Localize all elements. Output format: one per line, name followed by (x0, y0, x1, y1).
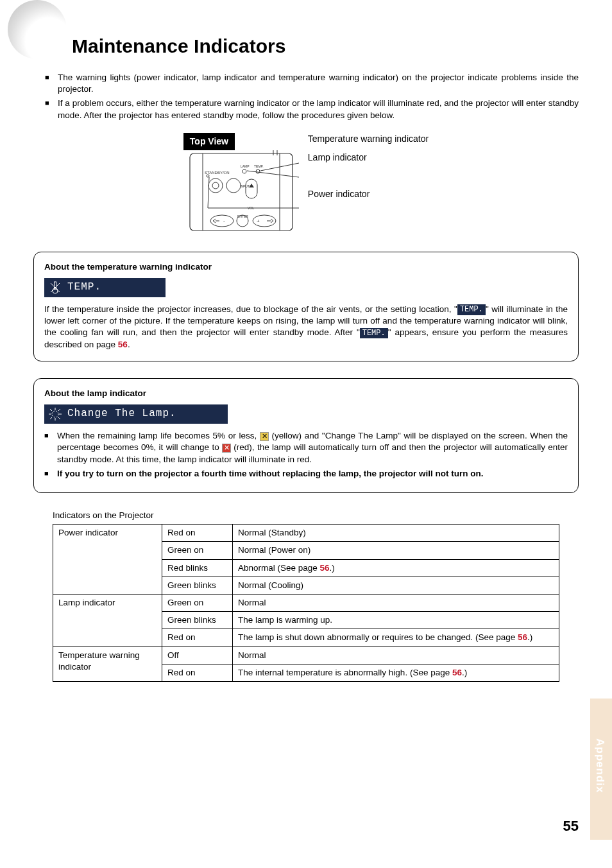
svg-text:INPUT: INPUT (240, 184, 250, 188)
state-cell: Red on (162, 525, 233, 542)
svg-rect-13 (246, 179, 257, 198)
top-view-badge: Top View (183, 133, 235, 150)
svg-text:ENTER: ENTER (237, 214, 248, 218)
svg-point-10 (256, 169, 260, 173)
table-row: Power indicatorRed onNormal (Standby) (53, 525, 559, 542)
indicator-cell: Lamp indicator (53, 595, 162, 647)
indicator-cell: Power indicator (53, 525, 162, 595)
temp-box-paragraph: If the temperature inside the projector … (44, 304, 568, 351)
page-content: Maintenance Indicators The warning light… (0, 0, 612, 682)
thermometer-icon (48, 281, 62, 295)
desc-cell: The lamp is shut down abnormally or requ… (233, 629, 559, 647)
label-temp-indicator: Temperature warning indicator (308, 133, 429, 145)
svg-text:TEMP.: TEMP. (254, 164, 264, 168)
svg-point-7 (226, 178, 241, 193)
lamp-list: When the remaining lamp life becomes 5% … (44, 430, 568, 480)
temp-tag-text: TEMP. (67, 281, 101, 295)
intro-item: The warning lights (power indicator, lam… (45, 72, 579, 95)
lamp-box-head: About the lamp indicator (44, 388, 568, 399)
lamp-list-item-bold: If you try to turn on the projector a fo… (44, 468, 568, 480)
lamp-burst-icon (48, 407, 62, 421)
desc-cell: Normal (Power on) (233, 542, 559, 559)
state-cell: Off (162, 647, 233, 664)
svg-text:LAMP: LAMP (241, 164, 250, 168)
desc-cell: Normal (Standby) (233, 525, 559, 542)
label-power-indicator: Power indicator (308, 188, 429, 200)
svg-point-15 (210, 215, 234, 227)
side-tab-label: Appendix (592, 738, 607, 793)
title-row: Maintenance Indicators (33, 19, 579, 59)
svg-line-38 (58, 409, 60, 411)
state-cell: Red on (162, 664, 233, 681)
temp-tag: TEMP. (44, 278, 166, 297)
desc-cell: The internal temperature is abnormally h… (233, 664, 559, 681)
svg-line-36 (50, 409, 52, 411)
temp-warning-box: About the temperature warning indicator … (33, 252, 579, 361)
top-view-section: Top View STANDBY/ON LAMP TE (33, 133, 579, 234)
page-ref-56[interactable]: 56 (452, 668, 462, 677)
desc-cell: Normal (233, 647, 559, 664)
desc-cell: The lamp is warming up. (233, 612, 559, 629)
state-cell: Green blinks (162, 612, 233, 629)
state-cell: Red blinks (162, 559, 233, 577)
title-decor-circle (8, 0, 67, 59)
page-title: Maintenance Indicators (72, 33, 285, 60)
text: If the temperature inside the projector … (44, 304, 457, 314)
text: . (128, 340, 130, 349)
page-ref-56[interactable]: 56 (518, 632, 527, 642)
desc-cell: Abnormal (See page 56.) (233, 559, 559, 577)
svg-point-8 (242, 169, 246, 173)
svg-point-6 (207, 175, 209, 177)
svg-text:STANDBY/ON: STANDBY/ON (205, 171, 230, 175)
intro-item: If a problem occurs, either the temperat… (45, 98, 579, 121)
temp-inline-tag: TEMP. (360, 328, 388, 338)
svg-line-23 (208, 177, 209, 208)
table-title: Indicators on the Projector (53, 510, 579, 521)
intro-list: The warning lights (power indicator, lam… (45, 72, 579, 121)
svg-point-3 (208, 178, 223, 193)
temp-box-head: About the temperature warning indicator (44, 261, 568, 273)
desc-cell: Normal (233, 595, 559, 612)
label-lamp-indicator: Lamp indicator (308, 152, 429, 164)
table-row: Temperature warning indicatorOffNormal (53, 647, 559, 664)
svg-point-4 (212, 182, 219, 189)
svg-line-22 (247, 171, 299, 177)
lamp-list-item: When the remaining lamp life becomes 5% … (44, 430, 568, 465)
svg-line-39 (50, 417, 52, 419)
lamp-indicator-box: About the lamp indicator Change The Lamp… (33, 378, 579, 493)
desc-cell: Normal (Cooling) (233, 577, 559, 594)
page-number: 55 (563, 817, 579, 836)
svg-point-31 (52, 411, 58, 417)
indicators-table: Power indicatorRed onNormal (Standby)Gre… (53, 524, 559, 682)
lamp-tag: Change The Lamp. (44, 404, 228, 424)
top-view-labels: Temperature warning indicator Lamp indic… (308, 133, 429, 207)
svg-text:-: - (223, 218, 225, 224)
page-ref-56[interactable]: 56 (118, 340, 128, 349)
state-cell: Green blinks (162, 577, 233, 594)
table-row: Lamp indicatorGreen onNormal (53, 595, 559, 612)
indicator-cell: Temperature warning indicator (53, 647, 162, 681)
lamp-tag-text: Change The Lamp. (67, 407, 176, 421)
svg-text:+: + (257, 218, 260, 224)
temp-inline-tag: TEMP. (457, 304, 486, 315)
lamp-yellow-icon (260, 432, 269, 441)
state-cell: Green on (162, 595, 233, 612)
state-cell: Red on (162, 629, 233, 647)
state-cell: Green on (162, 542, 233, 559)
svg-line-37 (58, 417, 60, 419)
lamp-red-icon (222, 444, 231, 453)
page-ref-56[interactable]: 56 (320, 563, 330, 573)
top-view-diagram: STANDBY/ON LAMP TEMP. INPUT VOL - (183, 150, 299, 234)
text: When the remaining lamp life becomes 5% … (57, 431, 260, 440)
